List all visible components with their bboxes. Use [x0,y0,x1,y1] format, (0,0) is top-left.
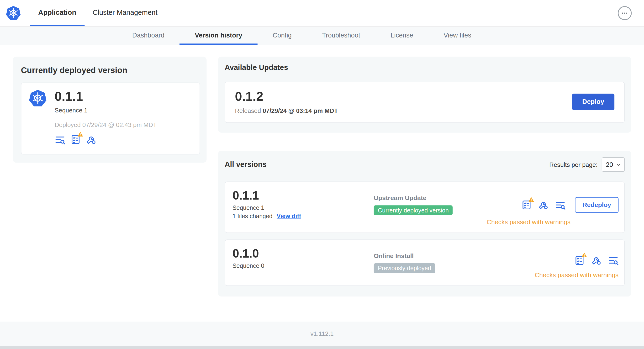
available-updates-panel: Available Updates 0.1.2 Released 07/29/2… [218,56,631,132]
released-prefix: Released [235,107,261,114]
available-update-info: 0.1.2 Released 07/29/24 @ 03:14 pm MDT [235,90,338,114]
view-diff-link[interactable]: View diff [277,213,301,220]
current-version-actions [55,134,157,145]
kubernetes-app-icon [29,90,47,107]
version-source-label: Online Install [374,252,535,260]
kubernetes-logo-icon [6,6,21,20]
right-column: Available Updates 0.1.2 Released 07/29/2… [218,56,631,296]
update-released-line: Released 07/29/24 @ 03:14 pm MDT [235,107,338,114]
all-versions-header: All versions Results per page: 20 [224,157,625,172]
version-row: 0.1.1 Sequence 1 1 files changed View di… [224,182,625,233]
redeploy-button[interactable]: Redeploy [575,197,618,213]
version-row-info: 0.1.0 Sequence 0 [232,247,374,279]
version-row-source: Online Install Previously deployed [374,247,535,279]
available-update-card: 0.1.2 Released 07/29/24 @ 03:14 pm MDT D… [224,82,625,123]
status-badge: Currently deployed version [374,205,453,215]
version-action-icons [574,255,618,266]
files-changed-count: 1 files changed [232,213,272,220]
warning-triangle-icon [581,252,588,258]
version-number: 0.1.1 [232,189,374,202]
tab-cluster-management[interactable]: Cluster Management [84,0,166,26]
status-badge: Previously deployed [374,263,436,273]
tab-application[interactable]: Application [30,0,84,26]
results-per-page-label: Results per page: [549,161,598,168]
version-row-info: 0.1.1 Sequence 1 1 files changed View di… [232,189,374,226]
release-notes-icon[interactable] [55,134,66,145]
deploy-button[interactable]: Deploy [572,94,614,110]
deploy-logs-icon[interactable] [608,255,619,266]
subnav-view-files-label: View files [444,32,471,39]
console-version: v1.112.1 [0,322,644,346]
deploy-logs-icon[interactable] [555,200,566,210]
currently-deployed-details: 0.1.1 Sequence 1 Deployed 07/29/24 @ 02:… [55,90,157,145]
all-versions-panel: All versions Results per page: 20 0.1.1 … [218,151,631,297]
version-source-label: Upstream Update [374,194,487,202]
currently-deployed-panel: Currently deployed version 0.1.1 Sequenc… [13,56,206,162]
subnav-item-dashboard[interactable]: Dashboard [117,27,180,45]
app-logo [4,0,30,26]
subnav-item-license[interactable]: License [376,27,428,45]
checks-status-text: Checks passed with warnings [535,272,618,279]
top-bar: Application Cluster Management [0,0,644,26]
current-version-deployed-timestamp: Deployed 07/29/24 @ 02:43 pm MDT [55,121,157,128]
edit-config-icon[interactable] [538,200,549,210]
subnav-item-version-history[interactable]: Version history [180,27,257,45]
version-row: 0.1.0 Sequence 0 Online Install Previous… [224,240,625,286]
currently-deployed-card: 0.1.1 Sequence 1 Deployed 07/29/24 @ 02:… [21,82,200,154]
preflight-checks-icon[interactable] [574,255,585,266]
results-per-page-select[interactable]: 20 [602,157,625,172]
chevron-down-icon [616,162,621,167]
ellipsis-icon [620,9,629,17]
footer-strip [0,346,644,349]
subnav-dashboard-label: Dashboard [132,32,164,39]
available-updates-title: Available Updates [224,63,625,72]
more-options-button[interactable] [618,6,632,20]
current-version-number: 0.1.1 [55,90,157,104]
subnav-version-history-label: Version history [195,32,242,39]
version-row-source: Upstream Update Currently deployed versi… [374,189,487,226]
subnav-license-label: License [390,32,413,39]
preflight-checks-icon[interactable] [521,200,532,210]
version-row-actions: Redeploy Checks passed with warnings [487,189,619,226]
version-row-actions: Checks passed with warnings [535,247,618,279]
checks-status-text: Checks passed with warnings [487,219,570,226]
currently-deployed-title: Currently deployed version [21,66,200,75]
files-changed-line: 1 files changed View diff [232,213,374,220]
version-sequence: Sequence 1 [232,204,374,211]
main-content: Currently deployed version 0.1.1 Sequenc… [0,45,644,322]
results-per-page: Results per page: 20 [549,157,625,172]
subnav-config-label: Config [272,32,292,39]
update-version-number: 0.1.2 [235,90,338,104]
subnav-item-view-files[interactable]: View files [428,27,486,45]
warning-triangle-icon [528,197,534,202]
results-per-page-value: 20 [606,161,613,168]
all-versions-title: All versions [224,160,266,169]
warning-triangle-icon [77,132,83,137]
version-sequence: Sequence 0 [232,262,374,269]
edit-config-icon[interactable] [591,255,602,266]
tab-cluster-management-label: Cluster Management [92,8,158,16]
released-date: 07/29/24 @ 03:14 pm MDT [262,107,338,114]
preflight-checks-icon[interactable] [70,134,81,145]
subnav-item-config[interactable]: Config [258,27,307,45]
app-root: Application Cluster Management Dashboard… [0,0,644,349]
subnav-troubleshoot-label: Troubleshoot [322,32,360,39]
footer: v1.112.1 [0,322,644,349]
tab-application-label: Application [38,8,76,16]
current-version-sequence: Sequence 1 [55,107,157,114]
edit-config-icon[interactable] [86,134,97,145]
app-subnav: Dashboard Version history Config Trouble… [0,26,644,45]
subnav-item-troubleshoot[interactable]: Troubleshoot [307,27,376,45]
version-number: 0.1.0 [232,247,374,260]
version-action-icons: Redeploy [521,197,618,213]
